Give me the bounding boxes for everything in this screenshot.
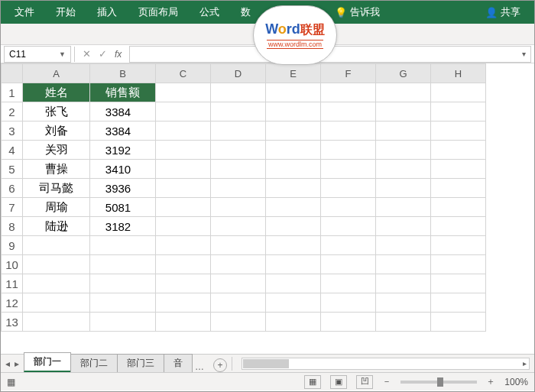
- row-header[interactable]: 2: [2, 102, 23, 121]
- row-header[interactable]: 3: [2, 121, 23, 141]
- cell[interactable]: [90, 274, 156, 293]
- cell[interactable]: 3192: [90, 141, 156, 160]
- cell[interactable]: [156, 255, 211, 274]
- cell[interactable]: 销售额: [90, 83, 156, 102]
- view-layout-icon[interactable]: ▣: [330, 375, 347, 389]
- cell[interactable]: [321, 293, 376, 313]
- cell[interactable]: [376, 236, 431, 255]
- cell[interactable]: [376, 179, 431, 198]
- cell[interactable]: [90, 313, 156, 332]
- row-header[interactable]: 10: [2, 255, 23, 274]
- cell[interactable]: 司马懿: [23, 179, 90, 198]
- scroll-thumb[interactable]: [243, 359, 289, 368]
- cell[interactable]: [266, 255, 321, 274]
- cell[interactable]: [266, 160, 321, 179]
- zoom-slider[interactable]: [400, 381, 477, 384]
- cell[interactable]: [211, 217, 266, 236]
- cell[interactable]: [431, 198, 486, 217]
- cell[interactable]: [211, 255, 266, 274]
- cell[interactable]: [376, 274, 431, 293]
- row-header[interactable]: 13: [2, 313, 23, 332]
- cell[interactable]: [431, 141, 486, 160]
- cell[interactable]: 3410: [90, 160, 156, 179]
- tab-home[interactable]: 开始: [45, 1, 86, 24]
- cell[interactable]: [321, 217, 376, 236]
- row-header[interactable]: 7: [2, 198, 23, 217]
- cell[interactable]: 陆逊: [23, 217, 90, 236]
- view-break-icon[interactable]: 凹: [356, 375, 373, 389]
- cell[interactable]: [431, 274, 486, 293]
- cell[interactable]: 5081: [90, 198, 156, 217]
- cell[interactable]: [266, 179, 321, 198]
- name-box[interactable]: C11 ▼: [4, 46, 71, 63]
- cell[interactable]: 关羽: [23, 141, 90, 160]
- cell[interactable]: [156, 141, 211, 160]
- zoom-out-button[interactable]: －: [382, 375, 391, 388]
- cell[interactable]: [266, 217, 321, 236]
- col-header-D[interactable]: D: [211, 64, 266, 83]
- col-header-H[interactable]: H: [431, 64, 486, 83]
- cell[interactable]: [376, 160, 431, 179]
- cell[interactable]: [431, 121, 486, 141]
- row-header[interactable]: 12: [2, 293, 23, 313]
- cell[interactable]: [321, 179, 376, 198]
- cell[interactable]: [321, 236, 376, 255]
- view-normal-icon[interactable]: ▦: [304, 375, 321, 389]
- cell[interactable]: 张飞: [23, 102, 90, 121]
- zoom-in-button[interactable]: ＋: [486, 375, 495, 388]
- cell[interactable]: [376, 121, 431, 141]
- confirm-icon[interactable]: ✓: [99, 48, 107, 60]
- cell[interactable]: [431, 293, 486, 313]
- cell[interactable]: [376, 217, 431, 236]
- sheet-tab[interactable]: 部门三: [117, 354, 164, 372]
- cell[interactable]: [23, 293, 90, 313]
- cell[interactable]: [156, 313, 211, 332]
- tab-file[interactable]: 文件: [4, 1, 45, 24]
- cell[interactable]: [156, 160, 211, 179]
- cell[interactable]: [156, 102, 211, 121]
- cell[interactable]: [211, 313, 266, 332]
- cell[interactable]: [321, 160, 376, 179]
- cell[interactable]: [376, 102, 431, 121]
- cell[interactable]: 刘备: [23, 121, 90, 141]
- sheet-tab[interactable]: 部门二: [70, 354, 118, 372]
- tab-layout[interactable]: 页面布局: [128, 1, 189, 24]
- row-header[interactable]: 11: [2, 274, 23, 293]
- cell[interactable]: [211, 236, 266, 255]
- cell[interactable]: [431, 160, 486, 179]
- cell[interactable]: 姓名: [23, 83, 90, 102]
- cell[interactable]: [211, 293, 266, 313]
- cell[interactable]: [156, 83, 211, 102]
- cell[interactable]: [266, 236, 321, 255]
- cell[interactable]: [211, 141, 266, 160]
- cell[interactable]: [156, 198, 211, 217]
- scroll-right-icon[interactable]: ▸: [519, 358, 530, 369]
- select-all-corner[interactable]: [2, 64, 23, 83]
- cell[interactable]: [376, 293, 431, 313]
- share-button[interactable]: 👤 共享: [475, 5, 531, 19]
- cell[interactable]: [211, 121, 266, 141]
- cell[interactable]: [431, 217, 486, 236]
- cell[interactable]: [431, 313, 486, 332]
- cell[interactable]: [211, 179, 266, 198]
- cell[interactable]: [156, 217, 211, 236]
- cell[interactable]: [266, 274, 321, 293]
- col-header-F[interactable]: F: [321, 64, 376, 83]
- cell[interactable]: [156, 236, 211, 255]
- horizontal-scrollbar[interactable]: ◂ ▸: [242, 358, 530, 370]
- cell[interactable]: [376, 141, 431, 160]
- cell[interactable]: 3182: [90, 217, 156, 236]
- cell[interactable]: [211, 102, 266, 121]
- cell[interactable]: [266, 102, 321, 121]
- cell[interactable]: [266, 121, 321, 141]
- cell[interactable]: [23, 274, 90, 293]
- col-header-B[interactable]: B: [90, 64, 156, 83]
- row-header[interactable]: 6: [2, 179, 23, 198]
- cancel-icon[interactable]: ✕: [83, 48, 91, 60]
- cell[interactable]: [23, 313, 90, 332]
- row-header[interactable]: 1: [2, 83, 23, 102]
- cell[interactable]: [211, 198, 266, 217]
- sheet-nav-next-icon[interactable]: ▸: [15, 358, 19, 369]
- col-header-G[interactable]: G: [376, 64, 431, 83]
- cell[interactable]: [266, 198, 321, 217]
